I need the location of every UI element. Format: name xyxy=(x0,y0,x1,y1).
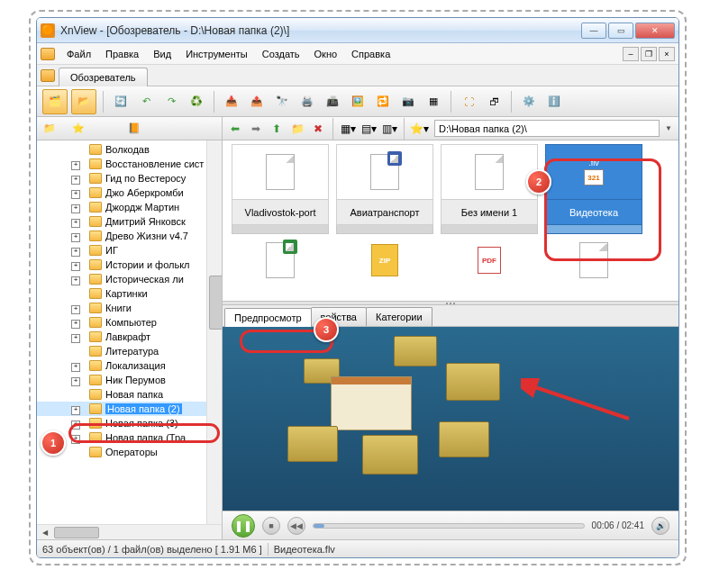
tree-item[interactable]: Восстановление сист xyxy=(37,157,206,171)
thumbnail-label: Без имени 1 xyxy=(441,200,538,225)
tree-item[interactable]: Новая папка (3) xyxy=(37,416,206,430)
refresh-button[interactable]: 🔄 xyxy=(110,91,132,113)
thumbnail[interactable]: ZIP xyxy=(336,240,433,281)
tree-item[interactable]: Дмитрий Янковск xyxy=(37,214,206,229)
prev-button[interactable]: ◀◀ xyxy=(287,517,305,535)
thumbnail[interactable]: Vladivostok-port xyxy=(232,144,329,234)
app-menu-icon[interactable] xyxy=(41,48,55,60)
tree-v-scrollbar[interactable] xyxy=(206,140,222,524)
recycle-button[interactable]: ♻️ xyxy=(186,91,207,113)
mdi-close-button[interactable]: × xyxy=(659,47,675,61)
stop-button[interactable]: ■ xyxy=(262,517,280,535)
menu-tools[interactable]: Инструменты xyxy=(179,46,254,62)
compare-button[interactable]: 🗗 xyxy=(483,91,505,113)
tree-item[interactable]: Новая папка xyxy=(37,387,206,402)
view-thumbs-button[interactable]: ▦▾ xyxy=(339,120,357,138)
thumbnail[interactable] xyxy=(545,240,642,281)
tree-item[interactable]: Новая папка (2) xyxy=(37,402,206,416)
mdi-restore-button[interactable]: ❐ xyxy=(641,47,657,61)
thumbnail[interactable]: PDF xyxy=(441,240,538,281)
tab-browser[interactable]: Обозреватель xyxy=(59,68,148,86)
browse-button[interactable]: 🗂️ xyxy=(42,89,68,114)
settings-button[interactable]: ⚙️ xyxy=(518,91,540,113)
open-button[interactable]: 📂 xyxy=(71,89,96,114)
nav-fav-button[interactable]: 📁 xyxy=(288,120,306,138)
print-button[interactable]: 🖨️ xyxy=(296,91,318,113)
tree-item[interactable]: Волкодав xyxy=(37,142,206,157)
seek-bar[interactable] xyxy=(313,523,585,529)
tree-item[interactable]: Древо Жизни v4.7 xyxy=(37,229,206,243)
rotate-left-button[interactable]: ↶ xyxy=(135,91,157,113)
fullscreen-button[interactable]: ⛶ xyxy=(458,91,479,113)
categories-icon[interactable]: 📙 xyxy=(125,120,143,138)
close-button[interactable]: ✕ xyxy=(635,23,675,39)
tree-item[interactable]: Локализация xyxy=(37,358,206,373)
folder-icon xyxy=(89,331,102,342)
thumbnail[interactable]: X xyxy=(232,240,329,281)
slideshow-button[interactable]: 🖼️ xyxy=(347,91,369,113)
folder-tree[interactable]: ВолкодавВосстановление систГид по Вестер… xyxy=(37,140,206,524)
view-sort-button[interactable]: ▤▾ xyxy=(360,120,378,138)
menu-create[interactable]: Создать xyxy=(256,46,306,62)
nav-up-button[interactable]: ⬆ xyxy=(268,120,286,138)
export-button[interactable]: 📤 xyxy=(246,91,268,113)
menu-edit[interactable]: Правка xyxy=(99,46,145,62)
tree-item[interactable]: Историческая ли xyxy=(37,272,206,286)
tree-item[interactable]: Ник Перумов xyxy=(37,373,206,387)
info-button[interactable]: ℹ️ xyxy=(543,91,565,113)
folder-icon xyxy=(89,303,102,313)
rotate-right-button[interactable]: ↷ xyxy=(160,91,182,113)
thumbnails-area[interactable]: Vladivostok-portWАвиатранспортБез имени … xyxy=(223,140,678,301)
camera-button[interactable]: 📷 xyxy=(397,91,419,113)
tree-h-scrollbar[interactable]: ◀ xyxy=(37,524,222,539)
mdi-minimize-button[interactable]: – xyxy=(623,47,639,61)
favorites-icon[interactable]: ⭐ xyxy=(69,120,87,138)
address-dropdown[interactable]: ▼ xyxy=(662,124,675,132)
nav-stop-button[interactable]: ✖ xyxy=(309,120,327,138)
volume-button[interactable]: 🔊 xyxy=(651,517,669,535)
address-bar[interactable]: D:\Новая папка (2)\ xyxy=(434,120,660,137)
menu-file[interactable]: Файл xyxy=(60,46,97,62)
thumbnail[interactable]: .flv321Видеотека xyxy=(545,144,642,234)
tab-categories[interactable]: Категории xyxy=(366,307,432,326)
folder-icon xyxy=(89,144,102,155)
excel-icon: X xyxy=(266,242,295,278)
thumbnail[interactable]: Без имени 1 xyxy=(441,144,538,234)
nav-back-button[interactable]: ⬅ xyxy=(226,120,244,138)
search-button[interactable]: 🔭 xyxy=(271,91,293,113)
grid-button[interactable]: ▦ xyxy=(423,91,444,113)
menubar: Файл Правка Вид Инструменты Создать Окно… xyxy=(37,43,678,65)
folder-icon xyxy=(89,274,102,285)
tree-item[interactable]: Гид по Вестеросу xyxy=(37,171,206,185)
menu-view[interactable]: Вид xyxy=(147,46,178,62)
player-controls: ❚❚ ■ ◀◀ 00:06 / 02:41 🔊 xyxy=(223,511,678,539)
view-filter-button[interactable]: ▥▾ xyxy=(380,120,398,138)
tree-item[interactable]: Картинки xyxy=(37,286,206,301)
thumbnail[interactable]: WАвиатранспорт xyxy=(336,144,433,234)
tree-item[interactable]: ИГ xyxy=(37,243,206,258)
tree-item[interactable]: Лавкрафт xyxy=(37,330,206,344)
tree-item[interactable]: Джордж Мартин xyxy=(37,200,206,214)
titlebar[interactable]: 🟠 XnView - [Обозреватель - D:\Новая папк… xyxy=(37,18,678,43)
play-pause-button[interactable]: ❚❚ xyxy=(232,514,255,538)
tab-preview[interactable]: Предпросмотр xyxy=(224,308,312,327)
tree-item-label: Древо Жизни v4.7 xyxy=(105,231,188,241)
folders-toggle-icon[interactable]: 📁 xyxy=(41,120,59,138)
tree-item[interactable]: Джо Аберкромби xyxy=(37,185,206,200)
menu-help[interactable]: Справка xyxy=(345,46,396,62)
tree-item[interactable]: Книги xyxy=(37,301,206,315)
tree-item-label: Джордж Мартин xyxy=(105,202,179,213)
folder-icon xyxy=(89,346,102,357)
nav-forward-button[interactable]: ➡ xyxy=(247,120,265,138)
menu-window[interactable]: Окно xyxy=(308,46,344,62)
acquire-button[interactable]: 📥 xyxy=(221,91,242,113)
tree-item[interactable]: Литература xyxy=(37,344,206,358)
favorite-star-button[interactable]: ⭐▾ xyxy=(410,120,428,138)
scan-button[interactable]: 📠 xyxy=(322,91,343,113)
convert-button[interactable]: 🔁 xyxy=(372,91,394,113)
maximize-button[interactable]: ▭ xyxy=(608,23,633,39)
video-preview[interactable] xyxy=(223,327,678,511)
minimize-button[interactable]: — xyxy=(581,23,606,39)
tree-item[interactable]: Компьютер xyxy=(37,315,206,330)
tree-item[interactable]: Истории и фолькл xyxy=(37,258,206,272)
